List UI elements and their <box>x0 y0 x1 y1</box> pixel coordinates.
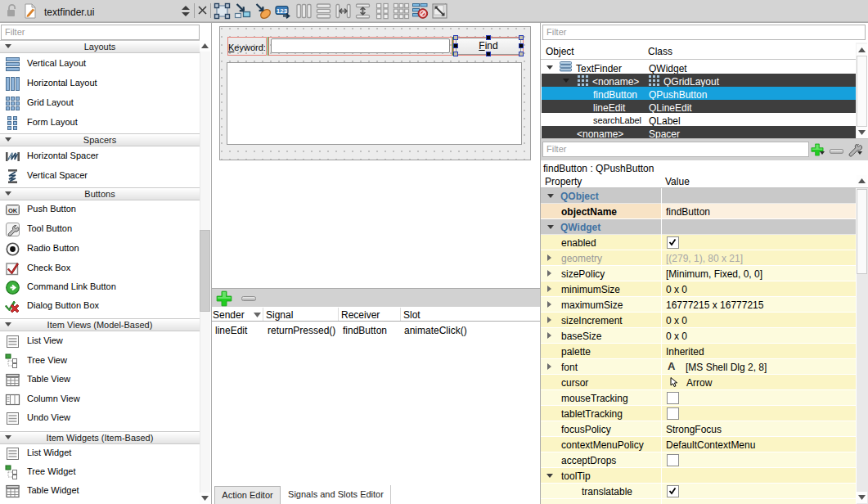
svg-text:123: 123 <box>277 7 288 15</box>
svg-text:OK: OK <box>8 207 18 214</box>
